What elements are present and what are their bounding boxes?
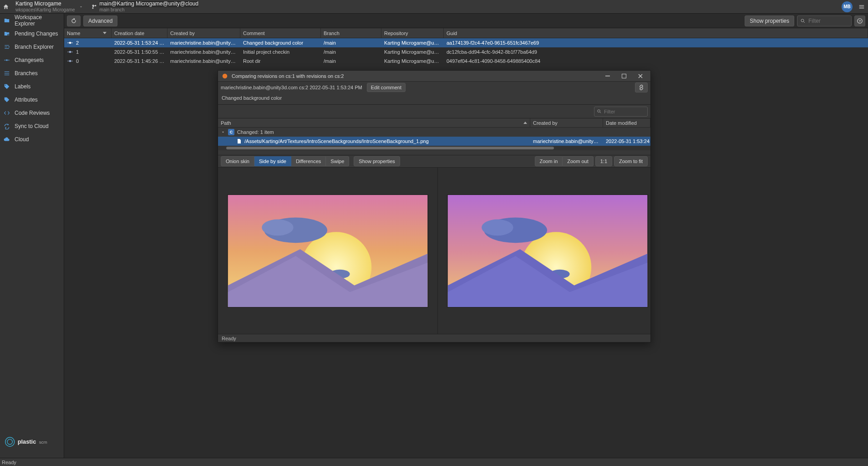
- svg-point-24: [482, 219, 513, 236]
- compare-panel: Comparing revisions on cs:1 with revisio…: [218, 70, 651, 343]
- sidebar-item-changesets[interactable]: Changesets: [0, 53, 64, 67]
- svg-point-9: [69, 42, 71, 44]
- chevron-down-icon: [221, 130, 225, 134]
- tab-swipe[interactable]: Swipe: [326, 156, 349, 166]
- changeset-icon: [67, 40, 73, 46]
- branch-path: main@Karting Microgame@unity@cloud: [100, 1, 198, 7]
- table-row[interactable]: 2 2022-05-31 1:53:24 PM mariechristine.b…: [64, 38, 868, 47]
- tree-group[interactable]: C Changed: 1 item: [218, 128, 650, 137]
- horizontal-scrollbar[interactable]: [218, 146, 650, 150]
- svg-rect-13: [605, 76, 610, 77]
- compare-filter-row: [218, 105, 650, 118]
- close-icon: [638, 74, 643, 78]
- zoom-fit-button[interactable]: Zoom to fit: [614, 156, 648, 166]
- tab-onion-skin[interactable]: Onion skin: [221, 156, 254, 166]
- col-name[interactable]: Name: [64, 28, 112, 38]
- col-repository[interactable]: Repository: [381, 28, 444, 38]
- minimize-button[interactable]: [601, 71, 614, 82]
- advanced-button[interactable]: Advanced: [83, 15, 117, 26]
- col-path[interactable]: Path: [218, 118, 530, 127]
- filter-input[interactable]: [808, 18, 845, 24]
- close-button[interactable]: [634, 71, 647, 82]
- sidebar-item-branches[interactable]: Branches: [0, 67, 64, 80]
- hamburger-icon: [858, 4, 865, 10]
- link-button[interactable]: [635, 82, 648, 92]
- maximize-icon: [622, 74, 626, 78]
- workspace-selector[interactable]: Karting Microgame wkspaces\Karting Micro…: [12, 0, 87, 14]
- logo: plasticscm: [0, 427, 64, 458]
- compare-meta: mariechristine.babin@unity3d.com cs:2 20…: [221, 85, 362, 90]
- sidebar-item-workspace-explorer[interactable]: Workspace Explorer: [0, 14, 64, 27]
- maximize-button[interactable]: [618, 71, 630, 82]
- preview-left[interactable]: [218, 168, 438, 334]
- svg-point-15: [598, 110, 600, 113]
- changesets-icon: [4, 57, 10, 63]
- tab-differences[interactable]: Differences: [291, 156, 326, 166]
- sidebar-item-cloud[interactable]: Cloud: [0, 133, 64, 146]
- zoom-in-button[interactable]: Zoom in: [535, 156, 563, 166]
- preview-image-right: [447, 195, 648, 307]
- grid-body: 2 2022-05-31 1:53:24 PM mariechristine.b…: [64, 38, 868, 66]
- changeset-icon: [67, 49, 73, 55]
- col-created-by[interactable]: Created by: [530, 118, 603, 127]
- home-icon: [3, 4, 9, 10]
- svg-point-6: [801, 19, 804, 22]
- pending-icon: [4, 31, 10, 37]
- compare-grid-header: Path Created by Date modified: [218, 118, 650, 128]
- toolbar: Advanced Show properties ?: [64, 14, 868, 28]
- show-properties-button[interactable]: Show properties: [354, 156, 400, 166]
- scrollbar-thumb[interactable]: [226, 147, 554, 149]
- compare-filter-input[interactable]: [604, 109, 640, 114]
- home-button[interactable]: [0, 0, 12, 14]
- help-icon: ?: [857, 18, 863, 24]
- filter-input-wrapper[interactable]: [797, 15, 852, 26]
- link-icon: [638, 84, 645, 91]
- status-bar: Ready: [0, 458, 868, 466]
- sidebar-item-labels[interactable]: Labels: [0, 80, 64, 93]
- compare-meta-row: mariechristine.babin@unity3d.com cs:2 20…: [218, 82, 650, 93]
- compare-filter-wrapper[interactable]: [594, 107, 648, 117]
- col-date-modified[interactable]: Date modified: [603, 118, 650, 127]
- cloud-icon: [4, 136, 10, 143]
- branch-sub: main branch: [100, 7, 198, 12]
- tab-side-by-side[interactable]: Side by side: [254, 156, 291, 166]
- sidebar-item-branch-explorer[interactable]: Branch Explorer: [0, 40, 64, 53]
- code-review-icon: [4, 110, 10, 116]
- col-guid[interactable]: Guid: [444, 28, 868, 38]
- sync-icon: [4, 123, 10, 129]
- svg-point-19: [262, 219, 293, 236]
- compare-comment: Changed background color: [218, 93, 650, 105]
- preview-image-left: [227, 195, 428, 307]
- breadcrumb[interactable]: main@Karting Microgame@unity@cloud main …: [87, 0, 203, 14]
- zoom-out-button[interactable]: Zoom out: [563, 156, 593, 166]
- col-comment[interactable]: Comment: [240, 28, 321, 38]
- svg-rect-14: [622, 74, 626, 78]
- svg-text:?: ?: [859, 19, 861, 23]
- col-created-by[interactable]: Created by: [168, 28, 240, 38]
- sidebar-item-attributes[interactable]: Attributes: [0, 93, 64, 106]
- show-properties-button[interactable]: Show properties: [745, 15, 794, 26]
- sidebar-item-code-reviews[interactable]: Code Reviews: [0, 106, 64, 119]
- compare-title: Comparing revisions on cs:1 with revisio…: [232, 73, 598, 79]
- table-row[interactable]: 1 2022-05-31 1:50:55 PM mariechristine.b…: [64, 47, 868, 56]
- edit-comment-button[interactable]: Edit comment: [367, 83, 406, 92]
- minimize-icon: [605, 74, 610, 78]
- zoom-1-1-button[interactable]: 1:1: [595, 156, 612, 166]
- table-row[interactable]: 0 2022-05-31 1:45:26 PM mariechristine.b…: [64, 56, 868, 66]
- svg-text:plastic: plastic: [18, 438, 36, 445]
- help-button[interactable]: ?: [854, 15, 865, 26]
- col-date[interactable]: Creation date: [112, 28, 168, 38]
- refresh-button[interactable]: [67, 15, 81, 26]
- sidebar-item-pending-changes[interactable]: Pending Changes: [0, 27, 64, 40]
- branch-explorer-icon: [4, 44, 10, 50]
- menu-button[interactable]: [855, 0, 868, 14]
- col-branch[interactable]: Branch: [321, 28, 381, 38]
- compare-titlebar[interactable]: Comparing revisions on cs:1 with revisio…: [218, 71, 650, 82]
- changeset-icon: [67, 58, 73, 64]
- sidebar-item-sync-to-cloud[interactable]: Sync to Cloud: [0, 119, 64, 133]
- folder-icon: [4, 17, 10, 24]
- avatar[interactable]: MB: [842, 1, 853, 12]
- tree-row[interactable]: /Assets/Karting/Art/Textures/IntroSceneB…: [218, 137, 650, 146]
- title-bar: Karting Microgame wkspaces\Karting Micro…: [0, 0, 868, 14]
- preview-right[interactable]: [438, 168, 657, 334]
